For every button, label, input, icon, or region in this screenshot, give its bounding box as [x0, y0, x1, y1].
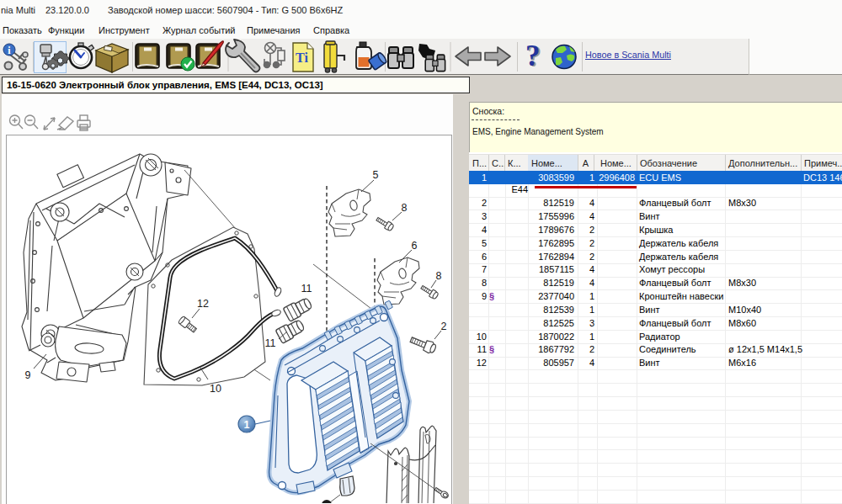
svg-text:Ti: Ti [296, 50, 308, 65]
svg-text:2: 2 [441, 321, 447, 332]
svg-text:10: 10 [210, 383, 221, 395]
svg-text:1: 1 [244, 419, 250, 431]
svg-text:8: 8 [402, 202, 408, 214]
svg-text:11: 11 [265, 337, 276, 349]
svg-text:?: ? [525, 40, 541, 72]
svg-text:12: 12 [197, 298, 209, 310]
svg-text:6: 6 [412, 240, 418, 252]
svg-text:11: 11 [301, 283, 312, 294]
svg-text:8: 8 [436, 270, 442, 282]
svg-text:9: 9 [25, 369, 31, 381]
svg-text:5: 5 [373, 169, 379, 181]
